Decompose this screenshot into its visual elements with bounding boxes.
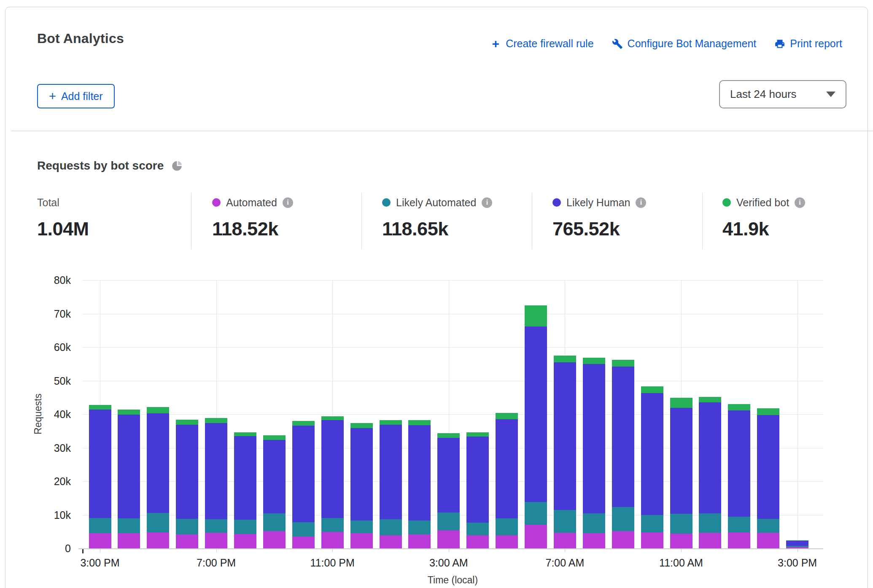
bar-14-likely-automated[interactable] [496, 518, 518, 535]
bar-1-verified-bot[interactable] [118, 410, 140, 415]
bar-24-likely-human[interactable] [786, 540, 808, 546]
info-icon[interactable]: i [482, 197, 492, 208]
bar-22-likely-human[interactable] [728, 410, 750, 517]
bar-5-likely-automated[interactable] [234, 520, 256, 534]
bar-20-likely-automated[interactable] [670, 514, 692, 534]
bar-23-likely-human[interactable] [757, 415, 779, 519]
bar-2-likely-human[interactable] [147, 413, 169, 513]
bar-19-likely-automated[interactable] [641, 515, 663, 532]
bar-9-automated[interactable] [350, 533, 373, 548]
bar-18-verified-bot[interactable] [612, 360, 634, 367]
info-icon[interactable]: i [636, 197, 646, 208]
bar-6-likely-automated[interactable] [263, 513, 286, 531]
bar-6-verified-bot[interactable] [263, 435, 286, 440]
bar-0-likely-human[interactable] [89, 410, 111, 518]
bar-16-likely-human[interactable] [554, 362, 576, 510]
time-range-dropdown[interactable]: Last 24 hours [719, 80, 846, 108]
bar-20-verified-bot[interactable] [670, 398, 692, 408]
info-icon[interactable]: i [795, 197, 805, 208]
bar-8-automated[interactable] [321, 532, 344, 548]
bar-19-likely-human[interactable] [641, 393, 663, 515]
bar-13-automated[interactable] [466, 535, 489, 548]
bar-22-likely-automated[interactable] [728, 517, 750, 532]
bar-20-automated[interactable] [670, 534, 692, 548]
bar-18-automated[interactable] [612, 531, 634, 548]
bar-15-automated[interactable] [525, 525, 547, 548]
bar-10-likely-automated[interactable] [380, 519, 402, 535]
bar-15-verified-bot[interactable] [525, 305, 547, 326]
bar-22-verified-bot[interactable] [728, 404, 750, 410]
bar-24-likely-automated[interactable] [786, 546, 808, 547]
bar-24-verified-bot[interactable] [786, 540, 808, 541]
action-print-report[interactable]: Print report [774, 38, 842, 50]
bar-20-likely-human[interactable] [670, 408, 692, 514]
action-configure-bot-management[interactable]: Configure Bot Management [612, 38, 757, 50]
bar-19-automated[interactable] [641, 532, 663, 548]
bar-15-likely-automated[interactable] [525, 502, 547, 525]
bar-6-likely-human[interactable] [263, 440, 286, 513]
bar-21-verified-bot[interactable] [699, 397, 721, 403]
bar-8-likely-automated[interactable] [321, 518, 344, 532]
bar-21-likely-automated[interactable] [699, 513, 721, 533]
bar-17-likely-human[interactable] [583, 364, 605, 513]
bar-4-likely-human[interactable] [205, 423, 227, 519]
bar-3-likely-human[interactable] [176, 425, 198, 519]
bar-7-verified-bot[interactable] [292, 421, 315, 426]
bar-9-verified-bot[interactable] [350, 423, 373, 428]
bar-16-likely-automated[interactable] [554, 510, 576, 532]
bar-11-likely-human[interactable] [408, 425, 431, 521]
bar-12-likely-human[interactable] [437, 438, 460, 512]
action-create-firewall-rule[interactable]: +Create firewall rule [490, 38, 593, 50]
bar-12-verified-bot[interactable] [437, 433, 460, 437]
bar-14-automated[interactable] [496, 535, 518, 548]
bar-8-likely-human[interactable] [321, 420, 344, 518]
bar-7-likely-human[interactable] [292, 426, 315, 522]
bar-11-verified-bot[interactable] [408, 420, 431, 425]
bar-6-automated[interactable] [263, 531, 286, 548]
bar-22-automated[interactable] [728, 532, 750, 548]
bar-17-likely-automated[interactable] [583, 513, 605, 534]
bar-21-automated[interactable] [699, 533, 721, 548]
bar-16-verified-bot[interactable] [554, 356, 576, 362]
bar-9-likely-human[interactable] [350, 428, 373, 521]
bar-21-likely-human[interactable] [699, 402, 721, 513]
bar-19-verified-bot[interactable] [641, 386, 663, 393]
bar-5-likely-human[interactable] [234, 436, 256, 519]
bar-1-likely-automated[interactable] [118, 518, 140, 533]
bar-4-automated[interactable] [205, 533, 227, 548]
bar-5-automated[interactable] [234, 534, 256, 548]
bar-10-automated[interactable] [380, 535, 402, 548]
bar-2-likely-automated[interactable] [147, 513, 169, 532]
bar-7-likely-automated[interactable] [292, 522, 315, 537]
bar-4-likely-automated[interactable] [205, 519, 227, 533]
bar-3-likely-automated[interactable] [176, 519, 198, 534]
add-filter-button[interactable]: + Add filter [37, 84, 115, 108]
bar-0-likely-automated[interactable] [89, 518, 111, 533]
bar-8-verified-bot[interactable] [321, 416, 344, 421]
bar-17-verified-bot[interactable] [583, 358, 605, 364]
bar-12-likely-automated[interactable] [437, 512, 460, 530]
bar-11-automated[interactable] [408, 534, 431, 548]
bar-18-likely-human[interactable] [612, 367, 634, 507]
bar-0-automated[interactable] [89, 533, 111, 548]
bar-24-automated[interactable] [786, 547, 808, 548]
bar-0-verified-bot[interactable] [89, 405, 111, 410]
bar-23-likely-automated[interactable] [757, 519, 779, 533]
bar-1-automated[interactable] [118, 533, 140, 548]
bar-23-automated[interactable] [757, 533, 779, 548]
bar-23-verified-bot[interactable] [757, 408, 779, 415]
bar-12-automated[interactable] [437, 530, 460, 548]
bar-3-verified-bot[interactable] [176, 420, 198, 425]
bar-5-verified-bot[interactable] [234, 432, 256, 437]
bar-3-automated[interactable] [176, 534, 198, 548]
bar-13-likely-automated[interactable] [466, 523, 489, 535]
bar-4-verified-bot[interactable] [205, 418, 227, 423]
bar-17-automated[interactable] [583, 533, 605, 548]
bar-2-automated[interactable] [147, 532, 169, 548]
bar-16-automated[interactable] [554, 533, 576, 548]
bar-1-likely-human[interactable] [118, 415, 140, 518]
bar-14-likely-human[interactable] [496, 419, 518, 518]
info-icon[interactable]: i [283, 197, 293, 208]
bar-14-verified-bot[interactable] [496, 413, 518, 419]
bar-15-likely-human[interactable] [525, 326, 547, 502]
